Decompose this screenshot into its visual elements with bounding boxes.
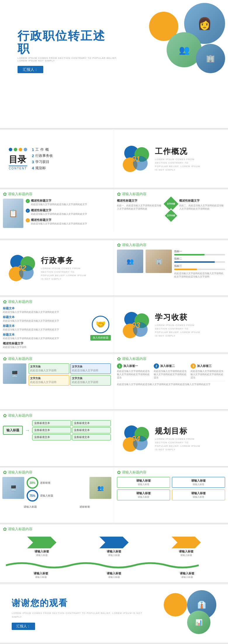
cover-slide: 👩 👥 🏢 行政职位转正述 职 LOREM IPSUM COMES FROM S… — [0, 0, 228, 129]
wave-bottom-desc-1: 请输入标题 — [6, 576, 76, 579]
num-item-2-header: 2 加入标签二 — [154, 363, 188, 369]
presentation: 👩 👥 🏢 行政职位转正述 职 LOREM IPSUM COMES FROM S… — [0, 0, 228, 643]
section02-right-header: ✿ 请输入标题内容 — [114, 241, 228, 248]
section03-right: 03 学习收获 LOREM IPSUM COMES FROM SECTION C… — [114, 297, 228, 353]
list-desc-5: 此处适当输入文字说明 — [3, 346, 88, 349]
slide9-header: ✿ 请输入标题内容 — [0, 525, 228, 532]
wave-bottom-desc-2: 请输入标题 — [79, 576, 149, 579]
box-desc-1: 此处适当输入文字说明 — [30, 369, 68, 372]
wave-item-1: 请输入标签 请输入标题 — [6, 537, 78, 557]
toc-text-3: 学习获目 — [35, 159, 49, 164]
tag-sub-2: 请输入标签 — [174, 483, 223, 486]
slide6-right-content: 1 加入标签一 此处适当输入文字说明此处适当输入文字说明此处文字说明此处适当 2… — [114, 363, 228, 389]
num-title-2: 加入标签二 — [160, 364, 175, 368]
box-2: 文字方块 此处适当输入文字说明 — [70, 363, 111, 374]
bar-bg-1 — [174, 254, 225, 255]
slide8-left-header: ✿ 请输入标题内容 — [0, 468, 114, 475]
section04-en: LOREM IPSUM COMES FROM SECTION CONTRARY … — [155, 437, 202, 451]
num-title-3: 加入标签三 — [197, 364, 212, 368]
slide6-right-header-text: 请输入标题内容 — [122, 356, 146, 361]
list-item-4: 标题文本 此处适当输入文字说明此处适当输入文字说明此处文字 — [3, 333, 88, 340]
img-ph-3: 🏢 — [146, 250, 172, 273]
wave-ribbon-svg — [6, 561, 199, 570]
wave-item-3: 请输入标签 请输入标题 — [150, 537, 222, 557]
slide3-image: 📋 — [3, 199, 23, 228]
section03-title: 学习收获 — [155, 312, 202, 322]
list-title-1: 标题文本 — [3, 306, 88, 310]
diamond-title2: 概述性标题文字 — [179, 199, 225, 203]
list-item-5: 概述性标题文字 此处适当输入文字说明 — [3, 341, 88, 349]
cover-title-line1: 行政职位转正述 — [18, 29, 117, 42]
slide9-ribbon — [0, 561, 228, 570]
slide5-list: 标题文本 此处适当输入文字说明此处适当输入文字说明此处文字 标题文本 此处适当输… — [3, 306, 88, 350]
slide-7: ✿ 请输入标题内容 输入标题 → 业务标准文本 业务标准文本 业务标准文本 业务… — [0, 411, 228, 467]
num-title-1: 加入标签一 — [123, 364, 138, 368]
slide3-right-header: ✿ 请输入标题内容 — [114, 190, 228, 197]
slide3-right-header-text: 请输入标题内容 — [122, 192, 146, 197]
slide-6: ✿ 请输入标题内容 🖥️ 文字方块 此处适当输入文字说明 文字方块 此处适当输入… — [0, 354, 228, 410]
slide6-bottom-desc: 此处适当输入文字说明此处适当输入文字说明此处文字说明此处适当输入文字说明此处文字 — [117, 381, 225, 386]
section02-right-header-text: 请输入标题内容 — [122, 243, 146, 248]
flower-icon-5: ✿ — [3, 356, 7, 362]
toc-items-list: 1 工 作 概 2 行政事务收 3 学习获目 4 规划标 — [32, 147, 53, 171]
flow-items-grid: 业务标准文本 业务标准文本 业务标准文本 业务标准文本 业务标准文本 业务标准文… — [32, 420, 111, 440]
toc-title-area: 目录 CONTENT — [9, 148, 27, 170]
check-1: ✓ 概述性标题文字 此处适当输入文字说明此处适当输入文字说明此处文字 — [26, 199, 111, 206]
wave-label-1: 请输入标签 — [6, 549, 78, 554]
slide8-left-header-text: 请输入标题内容 — [8, 470, 32, 475]
flower-icon-9: ✿ — [117, 470, 121, 475]
section-num-01: 01 — [132, 154, 140, 164]
section03-text: 学习收获 LOREM IPSUM COMES FROM SECTION CONT… — [155, 312, 202, 338]
cover-decoration: 👩 👥 🏢 — [143, 3, 225, 73]
slide8-img2: 👥 — [89, 477, 111, 499]
flow-item-5: 业务标准文本 — [32, 434, 71, 440]
section01-right: 01 工作概况 LOREM IPSUM COMES FROM SECTION C… — [114, 130, 228, 188]
deco-circle-blue2: 🏢 — [196, 44, 225, 73]
flower-cluster-03: 03 — [123, 312, 149, 338]
cover-content: 行政职位转正述 职 LOREM IPSUM COMES FROM SECTION… — [18, 29, 117, 72]
section04-right: 04 规划目标 LOREM IPSUM COMES FROM SECTION C… — [114, 411, 228, 466]
slide3-checks: ✓ 概述性标题文字 此处适当输入文字说明此处适当输入文字说明此处文字 ✓ 概述性… — [26, 199, 111, 228]
flow-item-1: 业务标准文本 — [32, 420, 71, 426]
ty-circle-1 — [164, 593, 187, 616]
diamond-text2: 此处二、此处适当输入文字说明此处适当输入文字说明此处文字说明此处 — [179, 204, 225, 210]
check-content-2: 概述性标题文字 此处适当输入文字说明此处适当输入文字说明此处文字 — [31, 208, 87, 216]
tag-1: 请输入标签 请输入标签 — [117, 477, 170, 488]
flower-icon-6: ✿ — [117, 356, 121, 362]
flow-item-6: 业务标准文本 — [72, 434, 111, 440]
slide8-labels: 请输入标题 述标标签 — [2, 505, 111, 509]
flow-item-2: 业务标准文本 — [72, 420, 111, 426]
box-label-3: 文字方块 — [30, 377, 68, 380]
list-desc-1: 此处适当输入文字说明此处适当输入文字说明此处文字 — [3, 310, 88, 314]
num-circle-3: 3 — [191, 363, 196, 369]
dot-green — [14, 148, 17, 151]
wave-label-3: 请输入标签 — [150, 549, 222, 554]
list-item-1: 标题文本 此处适当输入文字说明此处适当输入文字说明此处文字 — [3, 306, 88, 314]
toc-item-2: 2 行政事务收 — [32, 153, 53, 158]
flower-icon-8: ✿ — [3, 470, 7, 475]
wave-desc-3: 请输入标题 — [150, 554, 222, 557]
slide-content-3: ✿ 请输入标题内容 📋 ✓ 概述性标题文字 此处适当输入文字说明此处适当输入文字… — [0, 190, 228, 239]
wave-item-2: 请输入标签 请输入标题 — [78, 537, 150, 557]
thankyou-deco: 👔 📊 — [158, 590, 216, 637]
list-desc-2: 此处适当输入文字说明此处适当输入文字说明此处文字 — [3, 319, 88, 322]
tag-3: 请输入标签 请输入标签 — [117, 490, 170, 500]
slide-9: ✿ 请输入标题内容 请输入标签 请输入标题 请输入标签 请输入标题 — [0, 525, 228, 583]
slide5-left: ✿ 请输入标题内容 标题文本 此处适当输入文字说明此处适当输入文字说明此处文字 … — [0, 297, 114, 353]
list-title-5: 概述性标题文字 — [3, 341, 88, 346]
wave-desc-1: 请输入标题 — [6, 554, 78, 557]
section02-left: 02 行政事务 LOREM IPSUM COMES FROM SECTION C… — [0, 241, 114, 296]
center-label-box: 加入你的标题 — [90, 335, 111, 341]
slide6-right: ✿ 请输入标题内容 1 加入标签一 此处适当输入文字说明此处适当输入文字说明此处… — [114, 354, 228, 409]
diamond-left-col: 概述性标题文字 此处一、此处适当输入文字说明此处适当输入文字说明此处文字说明此处 — [117, 199, 163, 221]
num-item-3: 3 加入标签三 此处适当输入文字说明此处适当输入文字说明此处文字说明此处适当 — [191, 363, 225, 379]
slide6-left-header-text: 请输入标题内容 — [8, 356, 32, 361]
toc-item-1: 1 工 作 概 — [32, 147, 53, 152]
check-title-2: 概述性标题文字 — [31, 208, 87, 212]
toc-text-4: 规划标 — [35, 166, 46, 171]
bar-label-1: 指标一 — [174, 250, 225, 253]
tag-sub-4: 请输入标签 — [174, 495, 223, 499]
box-desc-3: 此处适当输入文字说明 — [30, 380, 68, 384]
wave-bottom-label-1: 请输入标签 — [6, 571, 76, 576]
section02-title: 行政事务 — [41, 255, 88, 266]
